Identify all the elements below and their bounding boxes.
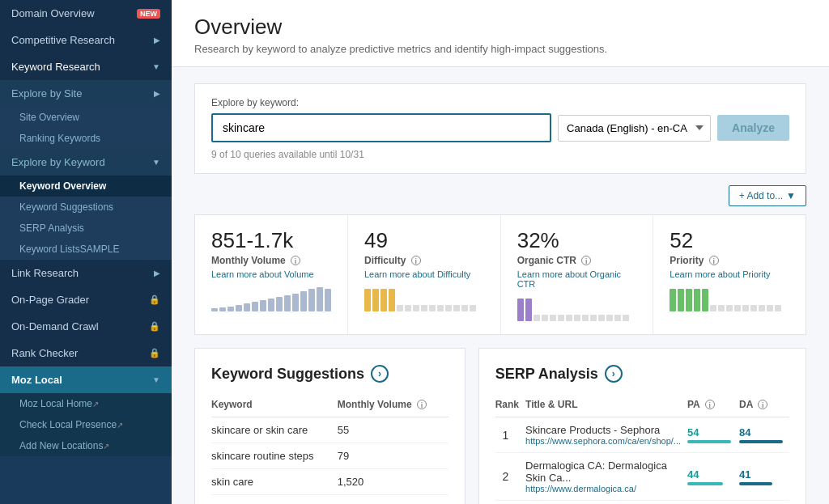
priority-info-icon[interactable]: i	[709, 256, 719, 265]
serp-url-1[interactable]: https://www.sephora.com/ca/en/shop/...	[525, 436, 681, 446]
monthly-volume-label: Monthly Volume i	[211, 255, 331, 266]
monthly-volume-col-info-icon[interactable]: i	[417, 400, 427, 409]
sidebar-item-add-new-locations[interactable]: Add New Locations ↗	[0, 435, 172, 456]
external2-icon: ↗	[117, 421, 123, 430]
chevron-down-icon: ▼	[152, 62, 160, 71]
chevron-link-icon: ▶	[154, 269, 160, 277]
priority-link[interactable]: Learn more about Priority	[670, 269, 789, 279]
bar	[582, 315, 589, 321]
bar	[718, 305, 725, 311]
pa-info-icon[interactable]: i	[705, 400, 715, 409]
sidebar-item-link-research[interactable]: Link Research ▶	[0, 260, 172, 286]
serp-analysis-label: SERP Analysis	[19, 222, 84, 234]
bar	[308, 289, 315, 311]
add-to-label: + Add to...	[739, 190, 783, 201]
metric-monthly-volume: 851-1.7k Monthly Volume i Learn more abo…	[195, 215, 348, 334]
difficulty-link[interactable]: Learn more about Difficulty	[364, 269, 484, 279]
bar	[389, 289, 395, 311]
bar	[276, 297, 283, 311]
sidebar-item-keyword-overview[interactable]: Keyword Overview	[0, 176, 172, 197]
da-cell-1: 84	[739, 417, 789, 453]
sidebar-item-keyword-research[interactable]: Keyword Research ▼	[0, 53, 172, 80]
page-header: Overview Research by keyword to analyze …	[172, 0, 829, 67]
keyword-research-submenu: Explore by Site ▶ Site Overview Ranking …	[0, 80, 172, 260]
bar	[268, 299, 274, 311]
monthly-volume-link[interactable]: Learn more about Volume	[211, 269, 331, 279]
moz-local-submenu: Moz Local Home ↗ Check Local Presence ↗ …	[0, 393, 172, 456]
bar	[686, 289, 692, 311]
difficulty-info-icon[interactable]: i	[411, 256, 421, 265]
bar	[317, 287, 323, 311]
bar	[372, 289, 379, 311]
sidebar-item-explore-by-site[interactable]: Explore by Site ▶	[0, 80, 172, 107]
sidebar-item-moz-local[interactable]: Moz Local ▼	[0, 366, 172, 393]
sidebar-item-competitive-research[interactable]: Competitive Research ▶	[0, 27, 172, 53]
bar	[227, 307, 234, 311]
sidebar-item-on-page-grader[interactable]: On-Page Grader 🔒	[0, 286, 172, 313]
table-row: skincare definition 1	[211, 495, 449, 505]
vol-3: 1	[338, 495, 449, 505]
serp-analysis-nav-icon[interactable]: ›	[605, 365, 623, 383]
serp-title-1: Skincare Products - Sephora	[525, 424, 681, 436]
serp-url-2[interactable]: https://www.dermalogica.ca/	[525, 484, 681, 493]
sample-badge: SAMPLE	[80, 244, 120, 255]
kw-0: skincare or skin care	[211, 417, 338, 443]
bar	[244, 303, 250, 311]
rank-2: 2	[495, 453, 525, 501]
pa-label: PA	[687, 399, 699, 410]
keyword-suggestions-nav-icon[interactable]: ›	[371, 365, 389, 383]
add-to-button[interactable]: + Add to... ▼	[729, 185, 806, 206]
kw-1: skincare routine steps	[211, 443, 338, 469]
pa-cell-3: 56	[687, 501, 739, 505]
bar	[413, 305, 419, 311]
vol-0: 55	[338, 417, 449, 443]
bar	[453, 305, 460, 311]
sidebar-item-keyword-suggestions[interactable]: Keyword Suggestions	[0, 197, 172, 218]
sidebar-item-explore-by-keyword[interactable]: Explore by Keyword ▼	[0, 149, 172, 176]
organic-ctr-link[interactable]: Learn more about Organic CTR	[517, 269, 637, 289]
metric-organic-ctr: 32% Organic CTR i Learn more about Organ…	[501, 215, 654, 334]
da-label: DA	[739, 399, 753, 410]
bar	[558, 315, 564, 321]
da-score-2: 41	[739, 468, 783, 481]
sidebar-item-ranking-keywords[interactable]: Ranking Keywords	[0, 128, 172, 149]
sidebar-item-moz-local-home[interactable]: Moz Local Home ↗	[0, 393, 172, 414]
table-header-row: Keyword Monthly Volume i	[211, 394, 449, 417]
search-label: Explore by keyword:	[211, 97, 789, 108]
col-rank: Rank	[495, 394, 525, 417]
sidebar-item-site-overview[interactable]: Site Overview	[0, 107, 172, 128]
keyword-lists-label: Keyword Lists	[19, 244, 80, 255]
difficulty-value: 49	[364, 228, 484, 253]
analyze-button[interactable]: Analyze	[717, 115, 789, 141]
title-url-1: Skincare Products - Sephora https://www.…	[525, 417, 687, 453]
sidebar-item-domain-overview[interactable]: Domain Overview NEW	[0, 0, 172, 27]
bar	[445, 305, 452, 311]
bar	[614, 315, 621, 321]
bar	[364, 289, 371, 311]
search-input[interactable]	[211, 113, 551, 142]
external-icon: ↗	[92, 400, 99, 409]
sidebar-item-serp-analysis[interactable]: SERP Analysis	[0, 218, 172, 239]
da-info-icon[interactable]: i	[758, 400, 767, 409]
bar	[470, 305, 476, 311]
bar	[534, 315, 540, 321]
locale-select[interactable]: Canada (English) - en-CA	[558, 115, 711, 142]
bar	[429, 305, 436, 311]
rank-checker-label: Rank Checker	[11, 347, 78, 359]
bar	[325, 289, 331, 311]
external3-icon: ↗	[103, 442, 109, 451]
sidebar-item-keyword-lists[interactable]: Keyword Lists SAMPLE	[0, 239, 172, 260]
da-cell-2: 41	[739, 453, 789, 501]
sidebar-item-rank-checker[interactable]: Rank Checker 🔒	[0, 340, 172, 366]
link-research-label: Link Research	[11, 267, 79, 279]
serp-analysis-table: Rank Title & URL PA i DA i	[495, 394, 789, 504]
moz-local-label: Moz Local	[11, 374, 62, 386]
bar	[542, 315, 548, 321]
sidebar-item-check-local-presence[interactable]: Check Local Presence ↗	[0, 414, 172, 435]
explore-by-keyword-label: Explore by Keyword	[11, 156, 105, 168]
organic-ctr-info-icon[interactable]: i	[581, 256, 591, 265]
table-row: skincare routine steps 79	[211, 443, 449, 469]
bar	[292, 294, 299, 311]
sidebar-item-on-demand-crawl[interactable]: On-Demand Crawl 🔒	[0, 313, 172, 340]
monthly-volume-info-icon[interactable]: i	[291, 256, 300, 265]
